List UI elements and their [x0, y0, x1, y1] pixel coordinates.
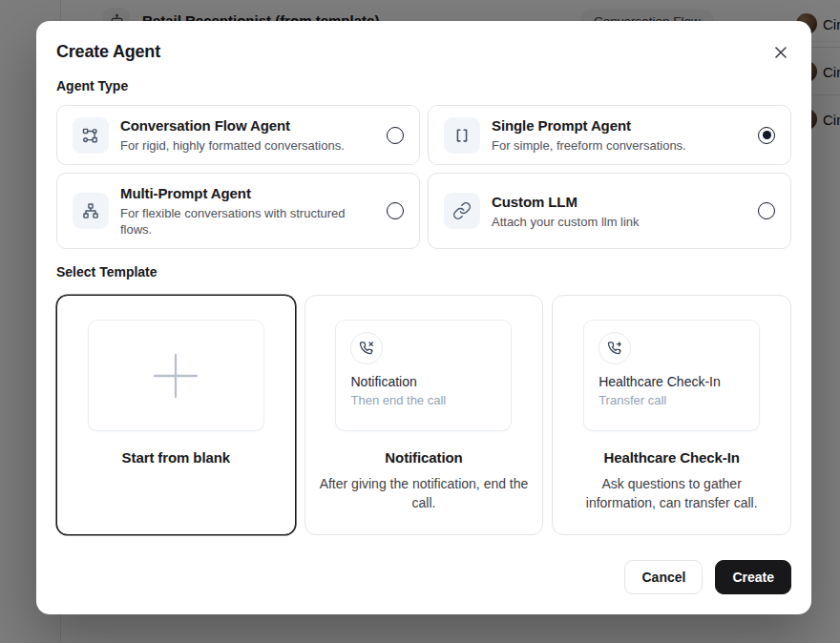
radio-conversation-flow[interactable] — [387, 127, 404, 144]
cancel-button[interactable]: Cancel — [624, 560, 703, 594]
agent-type-custom-llm[interactable]: Custom LLM Attach your custom llm link — [428, 173, 791, 249]
radio-custom-llm[interactable] — [758, 202, 775, 219]
blank-preview — [88, 320, 264, 431]
template-options: Start from blank Notification Then end t… — [56, 295, 791, 535]
agent-type-title: Single Prompt Agent — [492, 116, 748, 135]
modal-footer: Cancel Create — [56, 560, 791, 594]
template-start-from-blank[interactable]: Start from blank — [56, 295, 296, 535]
agent-type-single-prompt[interactable]: Single Prompt Agent For simple, freeform… — [428, 105, 791, 165]
create-agent-modal: Create Agent Agent Type Con — [36, 21, 811, 614]
radio-single-prompt[interactable] — [758, 127, 775, 144]
agent-type-title: Custom LLM — [492, 193, 748, 211]
template-preview: Notification Then end the call — [335, 320, 512, 431]
template-notification[interactable]: Notification Then end the call Notificat… — [304, 295, 544, 535]
agent-type-description: Attach your custom llm link — [492, 214, 748, 230]
agent-type-options: Conversation Flow Agent For rigid, highl… — [56, 105, 791, 249]
workflow-icon — [73, 117, 109, 154]
modal-header: Create Agent — [56, 40, 791, 63]
agent-type-label: Agent Type — [56, 78, 791, 93]
agent-type-multi-prompt[interactable]: Multi-Prompt Agent For flexible conversa… — [56, 173, 420, 249]
radio-multi-prompt[interactable] — [387, 202, 404, 219]
template-name: Notification — [305, 449, 543, 466]
preview-subtitle: Then end the call — [350, 393, 496, 407]
template-description: After giving the notification, end the c… — [305, 474, 543, 512]
sitemap-icon — [73, 193, 109, 229]
phone-transfer-icon — [598, 332, 631, 364]
agent-type-conversation-flow[interactable]: Conversation Flow Agent For rigid, highl… — [56, 105, 420, 165]
modal-title: Create Agent — [56, 40, 160, 63]
template-name: Healthcare Check-In — [553, 449, 790, 466]
template-name: Start from blank — [57, 449, 295, 466]
agent-type-title: Conversation Flow Agent — [120, 116, 377, 135]
plus-icon — [146, 346, 205, 405]
agent-type-description: For simple, freeform conversations. — [492, 137, 748, 154]
close-button[interactable] — [770, 42, 791, 63]
preview-title: Healthcare Check-In — [598, 374, 745, 389]
phone-end-call-icon — [350, 332, 383, 364]
select-template-label: Select Template — [56, 264, 791, 280]
agent-type-description: For flexible conversations with structur… — [120, 205, 377, 238]
preview-title: Notification — [350, 374, 496, 389]
create-button[interactable]: Create — [715, 560, 791, 594]
agent-type-title: Multi-Prompt Agent — [120, 184, 377, 202]
link-icon — [444, 193, 480, 229]
template-description: Ask questions to gather information, can… — [553, 474, 790, 512]
close-icon — [774, 46, 788, 59]
template-healthcare-check-in[interactable]: Healthcare Check-In Transfer call Health… — [552, 295, 791, 535]
agent-type-description: For rigid, highly formatted conversation… — [120, 137, 377, 154]
brackets-icon — [444, 117, 480, 154]
preview-subtitle: Transfer call — [598, 393, 745, 407]
template-preview: Healthcare Check-In Transfer call — [583, 320, 760, 431]
